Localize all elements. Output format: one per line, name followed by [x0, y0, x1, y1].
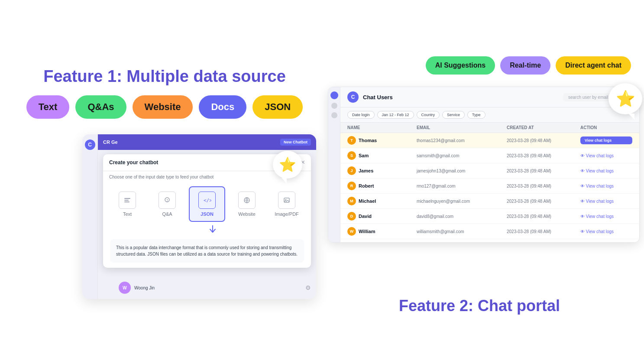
- type-json-label: JSON: [201, 211, 214, 217]
- portal-filters: Date login Jan 12 - Feb 12 Country Servi…: [340, 107, 639, 123]
- type-text-icon: [119, 192, 136, 209]
- table-row: W William williamsmith@gmail.com 2023-03…: [340, 224, 639, 239]
- svg-rect-0: [124, 198, 130, 199]
- portal-strip-dot-sm2: [331, 112, 337, 118]
- row-name-james: J James: [347, 166, 417, 175]
- pill-docs[interactable]: Docs: [199, 95, 246, 119]
- type-json[interactable]: </> JSON: [189, 186, 225, 222]
- svg-rect-1: [124, 200, 129, 201]
- star-icon: ⭐: [279, 156, 296, 173]
- type-imagepdf-icon: [278, 192, 295, 209]
- type-image-pdf[interactable]: Image/PDF: [269, 186, 305, 222]
- type-text-label: Text: [123, 211, 132, 217]
- type-qa-icon: [159, 192, 176, 209]
- row-name-michael: M Michael: [347, 197, 417, 205]
- new-chatbot-button[interactable]: New Chatbot: [280, 139, 311, 146]
- data-source-pills: Text Q&As Website Docs JSON: [9, 95, 320, 119]
- filter-service[interactable]: Service: [442, 111, 465, 119]
- type-imagepdf-label: Image/PDF: [275, 211, 299, 217]
- table-row: R Robert rmo127@gmail.com 2023-03-28 (09…: [340, 179, 639, 194]
- table-row: T Thomas thomas1234@gmail.com 2023-03-28…: [340, 133, 639, 148]
- pill-qnas[interactable]: Q&As: [75, 95, 126, 119]
- table-row: S Sam samsmith@gmail.com 2023-03-28 (09:…: [340, 148, 639, 163]
- table-row: J James jamesjohn13@gmail.com 2023-03-28…: [340, 163, 639, 179]
- row-name-robert: R Robert: [347, 182, 417, 190]
- avatar-david: D: [347, 212, 356, 221]
- portal-title: Chat Users: [363, 94, 393, 101]
- portal-strip-dot: [330, 91, 338, 99]
- avatar-michael: M: [347, 197, 356, 205]
- chat-portal-mockup: C Chat Users search user by email... Dat…: [328, 87, 640, 243]
- type-website[interactable]: Website: [229, 186, 265, 222]
- feature1-title: Feature 1: Multiple data source: [22, 67, 307, 86]
- view-chat-logs-james[interactable]: 👁 View chat logs: [580, 169, 632, 173]
- row-name-thomas: T Thomas: [347, 136, 417, 145]
- pill-realtime[interactable]: Real-time: [500, 56, 550, 75]
- mockup-footer: W Woong Jin ⚙: [113, 282, 316, 294]
- dialog-title: Create your chatbot: [109, 159, 158, 166]
- avatar-thomas: T: [347, 136, 356, 145]
- star-bubble-left: ⭐: [273, 151, 302, 179]
- type-website-label: Website: [238, 211, 256, 217]
- col-email: Email: [417, 125, 507, 130]
- view-chat-logs-sam[interactable]: 👁 View chat logs: [580, 153, 632, 158]
- portal-strip-dot-sm: [331, 103, 337, 109]
- mockup-topbar: CR Ge New Chatbot: [98, 134, 316, 150]
- svg-rect-7: [284, 198, 289, 202]
- avatar-richard: R: [347, 242, 356, 243]
- table-row: R Richard richard@gmail.com 2023-03-28 (…: [340, 239, 639, 243]
- mockup-sidebar: C: [82, 134, 98, 299]
- row-name-david: D David: [347, 212, 417, 221]
- right-section: AI Suggestions Real-time Direct agent ch…: [315, 0, 644, 341]
- portal-logo: C: [347, 91, 359, 103]
- pill-text[interactable]: Text: [26, 95, 70, 119]
- avatar-william: W: [347, 227, 356, 236]
- user-avatar: W: [119, 282, 131, 294]
- star-icon-right: ⭐: [616, 90, 635, 108]
- user-name: Woong Jin: [134, 286, 155, 290]
- pill-json[interactable]: JSON: [252, 95, 303, 119]
- avatar-james: J: [347, 166, 356, 175]
- settings-icon[interactable]: ⚙: [305, 284, 311, 291]
- col-createdat: Created at: [507, 125, 580, 130]
- type-qa[interactable]: Q&A: [149, 186, 185, 222]
- filter-date-login[interactable]: Date login: [347, 111, 375, 119]
- type-qa-label: Q&A: [162, 211, 172, 217]
- row-name-sam: S Sam: [347, 151, 417, 160]
- avatar-sam: S: [347, 151, 356, 160]
- row-name-richard: R Richard: [347, 242, 417, 243]
- star-bubble-right: ⭐: [608, 83, 642, 114]
- table-row: D David david8@gmail.com 2023-03-28 (09:…: [340, 209, 639, 224]
- json-description: This is a popular data interchange forma…: [110, 239, 304, 263]
- portal-main: C Chat Users search user by email... Dat…: [340, 87, 639, 242]
- pill-ai-suggestions[interactable]: AI Suggestions: [426, 56, 495, 75]
- feature2-title: Feature 2: Chat portal: [328, 297, 631, 315]
- filter-country[interactable]: Country: [417, 111, 440, 119]
- feature-pills-right: AI Suggestions Real-time Direct agent ch…: [328, 56, 631, 75]
- search-placeholder: search user by email...: [568, 95, 612, 100]
- svg-rect-2: [124, 201, 129, 202]
- svg-point-8: [285, 199, 287, 201]
- view-chat-logs-william[interactable]: 👁 View chat logs: [580, 229, 632, 234]
- svg-rect-4: [167, 201, 168, 202]
- view-chat-logs-robert[interactable]: 👁 View chat logs: [580, 184, 632, 188]
- view-chat-logs-david[interactable]: 👁 View chat logs: [580, 214, 632, 219]
- col-action: Action: [580, 125, 632, 130]
- mockup-logo: C: [85, 140, 95, 150]
- view-chat-logs-michael[interactable]: 👁 View chat logs: [580, 199, 632, 204]
- filter-date-range[interactable]: Jan 12 - Feb 12: [377, 111, 414, 119]
- row-name-william: W William: [347, 227, 417, 236]
- left-section: Feature 1: Multiple data source Text Q&A…: [0, 0, 329, 341]
- icon-type-row: Text Q&A </>: [103, 183, 311, 225]
- filter-type[interactable]: Type: [467, 111, 485, 119]
- svg-text:</>: </>: [204, 198, 211, 203]
- type-website-icon: [238, 192, 256, 209]
- type-text[interactable]: Text: [109, 186, 146, 222]
- pill-direct-agent-chat[interactable]: Direct agent chat: [556, 56, 631, 75]
- view-chat-logs-btn-thomas[interactable]: View chat logs: [580, 136, 632, 144]
- portal-left-strip: [328, 87, 340, 242]
- portal-header: C Chat Users search user by email...: [340, 87, 639, 107]
- type-json-icon: </>: [198, 192, 216, 209]
- avatar-robert: R: [347, 182, 356, 190]
- pill-website[interactable]: Website: [133, 95, 193, 119]
